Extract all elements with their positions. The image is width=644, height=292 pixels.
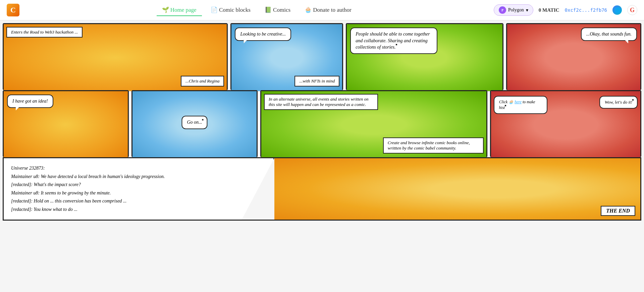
narration-r1p1-bottom: ...Chris and Regina	[181, 76, 224, 86]
the-end-label: THE END	[601, 206, 635, 216]
polygon-icon: P	[499, 6, 506, 14]
comic-row-1: Enters the Road to Web3 hackathon ... ..…	[0, 20, 644, 90]
navbar: C 🌱 Home page 📄 Comic blocks 📗 Comics 🧁 …	[0, 0, 644, 20]
polygon-label: Polygon	[508, 7, 524, 13]
chevron-down-icon: ▾	[526, 7, 528, 13]
bubble-r2p4-right: Wow, let's do it!	[599, 96, 638, 109]
polygon-button[interactable]: P Polygon ▾	[494, 4, 533, 16]
bottom-line-1: Universe 232873:	[11, 164, 266, 173]
wallet-address[interactable]: 0xcf2c...f2fb76	[565, 7, 607, 13]
narration-r2p3-top: In an alternate universe, all events and…	[264, 94, 378, 110]
bottom-line-3: [redacted]: What's the impact score?	[11, 181, 266, 189]
panel-r1p3: People should be able to come together a…	[346, 23, 503, 90]
nav-home[interactable]: 🌱 Home page	[157, 4, 202, 16]
comic-row-2: I have got an idea! Go on... In an alter…	[0, 90, 644, 157]
bottom-orange	[274, 158, 640, 220]
bubble-r1p2-top: Looking to be creative...	[235, 27, 291, 41]
google-button[interactable]: G	[627, 5, 637, 15]
bubble-r2p1: I have got an idea!	[7, 95, 53, 108]
narration-r2p3-bottom: Create and browse infinite comic books o…	[383, 137, 484, 154]
bottom-row: Universe 232873: Maintainer u8: We have …	[3, 157, 641, 221]
panel-r1p1: Enters the Road to Web3 hackathon ... ..…	[3, 23, 228, 90]
globe-icon: 🌐	[612, 5, 622, 15]
panel-r1p4: ...Okay, that sounds fun.	[506, 23, 641, 90]
bubble-r2p2: Go on...	[181, 116, 207, 129]
here-link[interactable]: here	[515, 100, 522, 104]
bottom-line-4: Maintainer u8: It seems to be growing by…	[11, 189, 266, 197]
bubble-r1p3: People should be able to come together a…	[350, 27, 437, 54]
narration-r1p2-bottom: ...with NFTs in mind	[294, 76, 339, 86]
narration-r1p1-top: Enters the Road to Web3 hackathon ...	[6, 27, 83, 38]
nav-comics[interactable]: 📗 Comics	[259, 4, 296, 16]
panel-r2p4: Click 🧁 here to make hist Wow, let's do …	[490, 90, 641, 157]
logo-icon: C	[7, 4, 19, 16]
bubble-r1p4: ...Okay, that sounds fun.	[581, 27, 637, 41]
panel-r2p2: Go on...	[131, 90, 258, 157]
nav-comic-blocks[interactable]: 📄 Comic blocks	[205, 4, 256, 16]
panel-r2p3: In an alternate universe, all events and…	[260, 90, 487, 157]
bottom-text: Universe 232873: Maintainer u8: We have …	[4, 158, 274, 220]
nav-donate[interactable]: 🧁 Donate to author	[299, 4, 357, 16]
panel-r1p2: Looking to be creative... ...with NFTs i…	[230, 23, 343, 90]
matic-balance: 0 MATIC	[539, 7, 559, 13]
bubble-r2p4-left: Click 🧁 here to make hist	[494, 96, 547, 114]
panel-r2p1: I have got an idea!	[3, 90, 129, 157]
bottom-line-6: [redacted]: You know what to do ...	[11, 206, 266, 214]
bottom-panel: Universe 232873: Maintainer u8: We have …	[3, 157, 641, 221]
nav-links: 🌱 Home page 📄 Comic blocks 📗 Comics 🧁 Do…	[30, 4, 484, 16]
nav-right: P Polygon ▾ 0 MATIC 0xcf2c...f2fb76 🌐 G	[494, 4, 637, 16]
bottom-line-5: [redacted]: Hold on ... this conversion …	[11, 197, 266, 206]
bottom-line-2: Maintainer u8: We have detected a local …	[11, 173, 266, 181]
